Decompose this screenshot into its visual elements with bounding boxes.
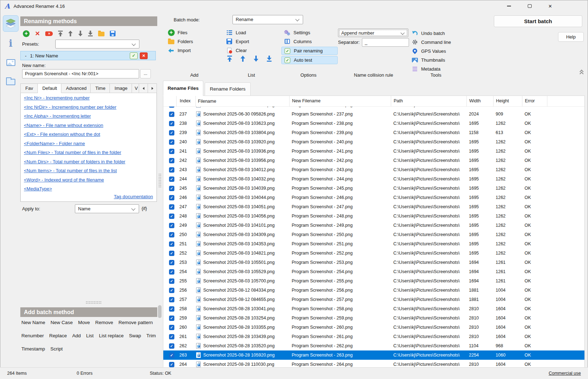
add-method-remove[interactable]: Remove — [95, 320, 113, 325]
commercial-use-link[interactable]: Commercial use — [549, 371, 581, 376]
clear-methods-icon[interactable] — [45, 31, 53, 36]
tab-rename-folders[interactable]: Rename Folders — [205, 82, 251, 96]
tag-link[interactable]: <Inc Nr> - Incrementing number — [24, 95, 154, 101]
list-move-up-icon[interactable] — [240, 56, 245, 63]
row-checkbox[interactable] — [169, 251, 174, 256]
row-checkbox[interactable] — [169, 241, 174, 247]
tag-link[interactable]: <Name> - File name without extension — [24, 123, 154, 128]
row-checkbox[interactable] — [169, 316, 174, 321]
scrollbar-thumb[interactable] — [158, 305, 162, 318]
add-files-button[interactable]: Files — [168, 29, 225, 36]
thumbnails-button[interactable]: Thumbnails — [411, 56, 461, 63]
table-row[interactable]: 255Screenshot 2025-08-03 105700.pngProgr… — [163, 276, 584, 286]
help-button[interactable]: Help — [558, 32, 584, 42]
table-row[interactable]: 246Screenshot 2025-08-03 104044.pngProgr… — [163, 193, 584, 202]
row-checkbox[interactable] — [169, 214, 174, 219]
table-row[interactable]: 247Screenshot 2025-08-03 104051.pngProgr… — [163, 202, 584, 211]
row-checkbox[interactable] — [169, 297, 174, 302]
row-checkbox[interactable] — [169, 334, 174, 339]
sidebar-item-folders[interactable] — [3, 77, 19, 87]
row-checkbox[interactable] — [169, 158, 174, 163]
list-move-down-icon[interactable] — [254, 56, 259, 63]
apply-to-dropdown[interactable]: Name — [75, 204, 139, 213]
table-row[interactable]: 245Screenshot 2025-08-03 104039.pngProgr… — [163, 184, 584, 193]
row-checkbox[interactable] — [169, 149, 174, 154]
method-item-new-name[interactable]: - 1: New Name — [20, 51, 156, 60]
add-method-replace[interactable]: Replace — [49, 333, 67, 338]
sidebar-item-info[interactable]: i — [3, 37, 19, 50]
row-checkbox[interactable] — [169, 353, 174, 358]
move-top-icon[interactable] — [58, 31, 63, 36]
delete-method-icon[interactable]: ✕ — [35, 30, 40, 37]
table-row[interactable]: 260Screenshot 2025-08-28 103355.pngProgr… — [163, 323, 584, 332]
table-row[interactable]: 243Screenshot 2025-08-03 104012.pngProgr… — [163, 165, 584, 174]
header-path[interactable]: Path — [391, 96, 466, 107]
batch-mode-dropdown[interactable]: Rename — [232, 15, 303, 24]
row-checkbox[interactable] — [169, 195, 174, 200]
table-row[interactable]: 240Screenshot 2025-08-03 103920.pngProgr… — [163, 137, 584, 147]
row-checkbox[interactable] — [169, 325, 174, 330]
tag-link[interactable]: <MediaType> — [24, 186, 154, 191]
tag-link[interactable]: <Num Dirs> - Total number of folders in … — [24, 159, 154, 164]
table-row[interactable]: 239Screenshot 2025-08-03 103804.pngProgr… — [163, 128, 584, 137]
header-width[interactable]: Width — [466, 96, 493, 107]
table-row[interactable]: 263Screenshot 2025-08-28 105920.pngProgr… — [163, 350, 584, 360]
maximize-button[interactable] — [521, 0, 538, 12]
clear-button[interactable]: Clear — [226, 47, 279, 54]
table-row[interactable]: 236Screenshot 2025-06-30 094002.pngProgr… — [163, 107, 584, 109]
table-row[interactable]: 253Screenshot 2025-08-03 105501.pngProgr… — [163, 258, 584, 267]
tag-link[interactable]: <FolderName> - Folder name — [24, 141, 154, 146]
command-line-button[interactable]: Command line — [411, 39, 461, 46]
add-method-remove-pattern[interactable]: Remove pattern — [118, 320, 153, 325]
tab-rename-files[interactable]: Rename Files — [163, 81, 203, 96]
add-folders-button[interactable]: Folders — [168, 38, 225, 45]
row-checkbox[interactable] — [169, 223, 174, 228]
row-checkbox[interactable] — [169, 278, 174, 284]
row-checkbox[interactable] — [169, 260, 174, 265]
table-row[interactable]: 237Screenshot 2025-06-30 095826.pngProgr… — [163, 109, 584, 119]
tag-link[interactable]: <Ext> - File extension without the dot — [24, 132, 154, 137]
table-row[interactable]: 261Screenshot 2025-08-28 103439.pngProgr… — [163, 332, 584, 341]
row-checkbox[interactable] — [169, 269, 174, 275]
list-move-bottom-icon[interactable] — [267, 56, 272, 63]
panel-resize-handle[interactable] — [86, 301, 102, 304]
table-row[interactable]: 249Screenshot 2025-08-03 104101.pngProgr… — [163, 221, 584, 230]
if-button[interactable]: {if} — [142, 206, 147, 211]
tag-tab-default[interactable]: Default — [38, 83, 61, 93]
tab-scroll-left-icon[interactable] — [139, 83, 148, 93]
row-checkbox[interactable] — [169, 362, 174, 367]
table-row[interactable]: 262Screenshot 2025-08-28 103520.pngProgr… — [163, 341, 584, 350]
header-new-filename[interactable]: New Filename — [289, 96, 391, 107]
tag-tab-v[interactable]: V — [132, 83, 139, 93]
collision-rule-dropdown[interactable]: Append number — [338, 29, 408, 37]
add-method-new-case[interactable]: New Case — [51, 320, 73, 325]
new-name-input[interactable]: Program Screenshot - <Inc Nr:001> — [22, 69, 139, 78]
row-checkbox[interactable] — [169, 343, 174, 349]
move-up-icon[interactable] — [68, 31, 73, 36]
import-button[interactable]: Import — [168, 47, 225, 54]
tag-link[interactable]: <Inc NrDir> - Incrementing number per fo… — [24, 104, 154, 110]
row-checkbox[interactable] — [169, 288, 174, 293]
add-method-renumber[interactable]: Renumber — [21, 333, 44, 338]
tag-documentation-link[interactable]: Tag documentation — [114, 194, 153, 199]
add-method-new-name[interactable]: New Name — [21, 320, 45, 325]
add-method-timestamp[interactable]: Timestamp — [21, 346, 45, 352]
header-filename[interactable]: Filename — [195, 96, 289, 107]
row-checkbox[interactable] — [169, 121, 174, 126]
row-checkbox[interactable] — [169, 167, 174, 173]
add-method-add[interactable]: Add — [72, 333, 81, 338]
gps-values-button[interactable]: GPS Values — [411, 47, 461, 55]
minimize-button[interactable] — [501, 0, 517, 12]
header-error[interactable]: Error — [522, 96, 547, 107]
tag-link[interactable]: <Num Items> - Total number of files in t… — [24, 168, 154, 173]
table-row[interactable]: 251Screenshot 2025-08-03 104353.pngProgr… — [163, 239, 584, 249]
header-index[interactable]: Index — [176, 96, 195, 107]
add-method-script[interactable]: Script — [50, 346, 63, 352]
row-checkbox[interactable] — [169, 130, 174, 135]
presets-dropdown[interactable] — [55, 40, 139, 48]
metadata-button[interactable]: Metadata — [411, 65, 461, 72]
table-row[interactable]: 259Screenshot 2025-08-28 103254.pngProgr… — [163, 313, 584, 323]
tag-tab-time[interactable]: Time — [91, 83, 110, 93]
tag-tab-fav[interactable]: Fav — [20, 83, 38, 93]
add-method-move[interactable]: Move — [78, 320, 90, 325]
